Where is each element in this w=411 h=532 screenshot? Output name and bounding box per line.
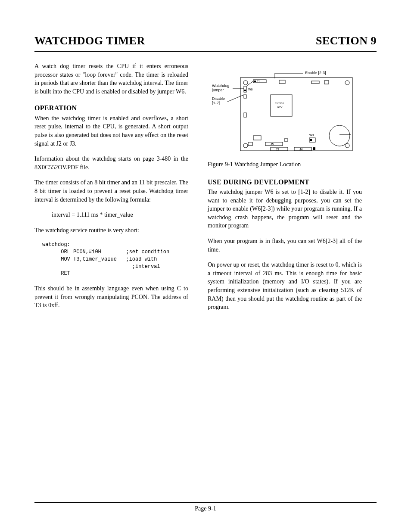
svg-rect-28 (271, 147, 288, 151)
j3-label: J3 (276, 148, 279, 151)
content-columns: A watch dog timer resets the CPU if it e… (34, 62, 377, 501)
disable-label-1: Disable (212, 96, 225, 101)
svg-rect-19 (244, 113, 246, 117)
intro-paragraph: A watch dog timer resets the CPU if it e… (34, 62, 188, 96)
cpu-label-2: CPU (277, 106, 283, 108)
disable-label-2: [1-2] (212, 101, 220, 105)
use-paragraph-2: When your program is in flash, you can s… (208, 237, 362, 254)
svg-point-2 (345, 81, 349, 85)
operation-heading: OPERATION (34, 103, 188, 113)
enable-label: Enable [2-3] (305, 71, 326, 75)
page-number: Page 9-1 (195, 505, 216, 512)
svg-point-3 (243, 143, 248, 148)
svg-rect-17 (244, 95, 246, 98)
svg-rect-23 (248, 142, 252, 146)
svg-rect-25 (284, 139, 288, 141)
svg-point-1 (243, 81, 248, 85)
svg-rect-11 (324, 81, 329, 84)
svg-line-16 (227, 95, 244, 102)
figure-9-1: Enable [2-3] J1 Watchdog jumper (210, 69, 357, 155)
svg-rect-27 (310, 139, 312, 141)
svg-rect-24 (265, 142, 283, 146)
watchdog-jumper-label-1: Watchdog (212, 84, 229, 88)
svg-rect-14 (244, 90, 246, 91)
svg-rect-10 (311, 81, 319, 84)
header-title-right: SECTION 9 (316, 34, 377, 47)
operation-paragraph-3: The timer consists of an 8 bit timer and… (34, 178, 188, 204)
operation-paragraph-1: When the watchdog timer is enabled and o… (34, 114, 188, 148)
use-paragraph-1: The watchdog jumper W6 is set to [1-2] t… (208, 188, 362, 230)
use-during-development-heading: USE DURING DEVELOPMENT (208, 177, 362, 187)
j1-label: J1 (257, 80, 260, 83)
w6-label: W6 (248, 88, 253, 91)
left-column: A watch dog timer resets the CPU if it e… (34, 62, 198, 317)
watchdog-code-block: watchdog: ORL PCON,#10H ;set condition M… (42, 241, 188, 277)
figure-caption: Figure 9-1 Watchdog Jumper Location (208, 160, 362, 169)
svg-rect-9 (279, 80, 285, 84)
svg-rect-29 (294, 147, 311, 151)
page-header: WATCHDOG TIMER SECTION 9 (34, 34, 377, 52)
right-column: Enable [2-3] J1 Watchdog jumper (198, 62, 362, 318)
j5-label: J5 (271, 143, 274, 146)
interval-formula: interval = 1.111 ms * timer_value (34, 211, 188, 219)
w3-label: W3 (309, 134, 314, 137)
svg-point-20 (329, 125, 350, 146)
watchdog-jumper-label-2: jumper (212, 88, 224, 92)
svg-rect-22 (253, 136, 261, 140)
header-title-left: WATCHDOG TIMER (34, 34, 145, 47)
svg-rect-8 (254, 81, 256, 82)
operation-paragraph-4: This should be in assembly language even… (34, 284, 188, 310)
use-paragraph-3: On power up or reset, the watchdog timer… (208, 261, 362, 311)
j4-label: J4 (299, 148, 303, 151)
page-footer: Page 9-1 (34, 502, 377, 512)
operation-paragraph-2: Information about the watchdog starts on… (34, 155, 188, 171)
routine-intro: The watchdog service routine is very sho… (34, 226, 188, 235)
svg-rect-30 (313, 147, 315, 150)
cpu-label-1: 83C552 (275, 102, 284, 105)
